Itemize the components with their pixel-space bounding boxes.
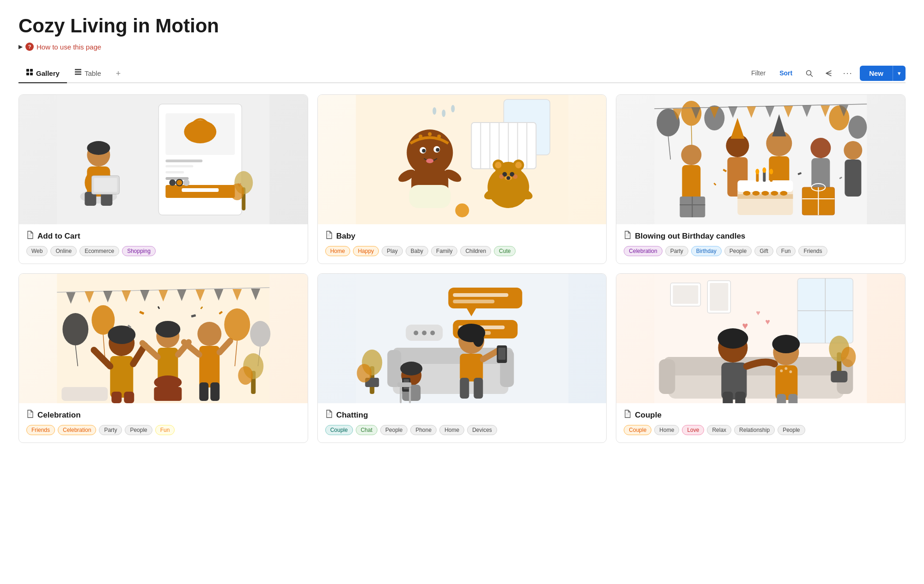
svg-point-72 (499, 174, 504, 179)
add-view-button[interactable]: + (109, 64, 128, 83)
svg-point-20 (169, 179, 176, 186)
svg-rect-111 (738, 180, 793, 192)
tag[interactable]: Couple (325, 425, 353, 435)
tag[interactable]: People (724, 246, 752, 256)
tab-table[interactable]: Table (67, 64, 109, 83)
svg-point-21 (176, 179, 182, 186)
card-chatting[interactable]: Chatting CoupleChatPeoplePhoneHomeDevice… (317, 273, 607, 443)
how-to-use-row[interactable]: ▶ ? How to use this page (18, 43, 906, 51)
tag[interactable]: Couple (624, 425, 651, 435)
tag[interactable]: Celebration (58, 425, 96, 435)
tag[interactable]: Party (665, 246, 688, 256)
svg-point-54 (422, 149, 426, 153)
svg-point-57 (419, 135, 422, 138)
filter-button[interactable]: Filter (747, 67, 770, 80)
card-title-text: Celebration (37, 411, 81, 420)
svg-point-108 (844, 141, 863, 160)
svg-rect-16 (165, 177, 188, 180)
svg-rect-196 (448, 288, 522, 308)
card-title-add-to-cart: Add to Cart (26, 231, 300, 241)
gallery-tab-icon (26, 68, 33, 78)
svg-point-207 (430, 331, 435, 335)
new-button-group: New ▾ (860, 66, 906, 81)
sort-button[interactable]: Sort (775, 67, 797, 80)
svg-point-59 (437, 135, 441, 138)
table-tab-icon (74, 68, 82, 78)
svg-point-121 (762, 191, 769, 196)
card-title-chatting: Chatting (325, 410, 599, 420)
tag[interactable]: Friends (26, 425, 55, 435)
tag[interactable]: Party (99, 425, 122, 435)
svg-text:♥: ♥ (742, 320, 748, 332)
card-image-chatting (318, 274, 607, 403)
svg-rect-4 (75, 69, 81, 70)
tag[interactable]: Friends (798, 246, 827, 256)
svg-point-205 (413, 331, 418, 335)
card-title-text: Baby (336, 232, 356, 241)
svg-rect-160 (111, 392, 122, 403)
tag[interactable]: Phone (410, 425, 437, 435)
document-icon (624, 231, 631, 241)
tag[interactable]: Online (50, 246, 77, 256)
svg-rect-5 (75, 71, 81, 73)
svg-rect-246 (723, 392, 733, 403)
tag[interactable]: Web (26, 246, 48, 256)
tag[interactable]: Play (382, 246, 402, 256)
card-body-birthday: Blowing out Birthday candles Celebration… (616, 224, 905, 264)
tag[interactable]: Home (325, 246, 350, 256)
search-button[interactable] (802, 66, 816, 80)
tag[interactable]: Shopping (122, 246, 156, 256)
svg-point-47 (451, 105, 455, 112)
card-birthday[interactable]: Blowing out Birthday candles Celebration… (616, 94, 906, 264)
tag[interactable]: Relax (707, 425, 731, 435)
tag[interactable]: Ecommerce (79, 246, 119, 256)
more-options-button[interactable]: ··· (840, 66, 855, 80)
tag[interactable]: Relationship (734, 425, 775, 435)
card-image-baby (318, 95, 607, 224)
tag[interactable]: Fun (776, 246, 796, 256)
tag[interactable]: People (778, 425, 805, 435)
new-dropdown-button[interactable]: ▾ (893, 66, 906, 81)
share-button[interactable] (821, 66, 836, 80)
svg-point-12 (184, 120, 216, 143)
tag[interactable]: Gift (754, 246, 773, 256)
svg-point-106 (811, 138, 831, 158)
card-body-celebration: Celebration FriendsCelebrationPartyPeopl… (19, 403, 308, 443)
svg-rect-264 (673, 285, 699, 304)
svg-point-58 (428, 132, 432, 136)
card-add-to-cart[interactable]: ♥ Add to Cart WebOnlineEcommerceShopping (18, 94, 308, 264)
page-title: Cozy Living in Motion (18, 15, 906, 37)
svg-rect-211 (460, 354, 483, 381)
tag[interactable]: People (380, 425, 407, 435)
svg-rect-2 (26, 73, 29, 75)
tag[interactable]: Cute (494, 246, 516, 256)
tag[interactable]: Family (431, 246, 457, 256)
tag[interactable]: People (125, 425, 152, 435)
svg-point-225 (357, 364, 371, 382)
page-container: Cozy Living in Motion ▶ ? How to use thi… (0, 0, 924, 458)
tag[interactable]: Home (654, 425, 679, 435)
tag[interactable]: Chat (356, 425, 377, 435)
svg-rect-168 (154, 387, 182, 401)
tag[interactable]: Birthday (691, 246, 722, 256)
tag[interactable]: Baby (406, 246, 428, 256)
card-baby[interactable]: Baby HomeHappyPlayBabyFamilyChildrenCute (317, 94, 607, 264)
svg-rect-227 (400, 387, 401, 403)
tag[interactable]: Home (439, 425, 464, 435)
document-icon (325, 231, 333, 241)
new-button[interactable]: New (860, 66, 893, 81)
card-couple[interactable]: ♥ ♥ ♥ ♥ (616, 273, 906, 443)
toolbar: Gallery Table + Filter Sort ··· New ▾ (18, 64, 906, 83)
tag[interactable]: Happy (353, 246, 379, 256)
svg-point-34 (230, 184, 244, 200)
tag[interactable]: Love (682, 425, 704, 435)
card-celebration[interactable]: Celebration FriendsCelebrationPartyPeopl… (18, 273, 308, 443)
svg-point-48 (432, 107, 436, 115)
card-title-text: Add to Cart (37, 232, 80, 241)
tag[interactable]: Celebration (624, 246, 662, 256)
tab-gallery[interactable]: Gallery (18, 64, 67, 83)
svg-point-123 (780, 191, 788, 196)
tag[interactable]: Fun (155, 425, 175, 435)
tag[interactable]: Children (460, 246, 491, 256)
tag[interactable]: Devices (467, 425, 497, 435)
